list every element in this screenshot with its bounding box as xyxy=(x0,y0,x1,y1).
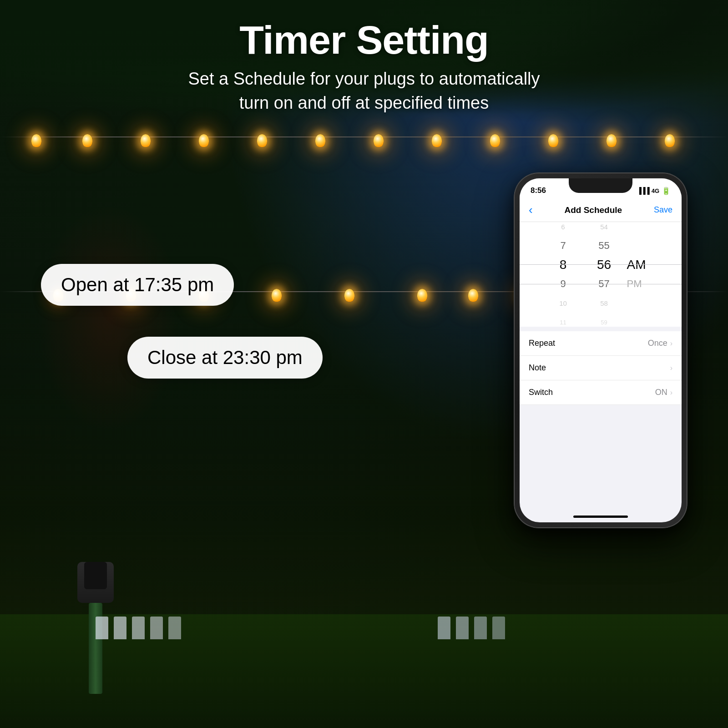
picker-item-minute[interactable]: 59 xyxy=(584,313,625,327)
header-section: Timer Setting Set a Schedule for your pl… xyxy=(0,18,728,115)
chairs-left xyxy=(96,617,181,639)
am-option[interactable]: AM xyxy=(627,256,646,273)
picker-item-hour-selected[interactable]: 8 xyxy=(543,256,584,273)
phone-mockup: 8:56 ▐▐▐ 4G 🔋 ‹ Add Schedule Save 6 xyxy=(514,173,687,528)
phone-screen: 8:56 ▐▐▐ 4G 🔋 ‹ Add Schedule Save 6 xyxy=(520,178,682,522)
picker-item-hour[interactable]: 10 xyxy=(543,294,584,312)
picker-item-minute[interactable]: 55 xyxy=(584,237,625,254)
chair xyxy=(474,617,487,639)
repeat-label: Repeat xyxy=(529,339,555,348)
save-button[interactable]: Save xyxy=(654,205,672,215)
signal-type: 4G xyxy=(652,187,659,194)
bubble-open: Open at 17:35 pm xyxy=(41,264,234,306)
repeat-value-text: Once xyxy=(648,339,667,348)
app-navigation-bar: ‹ Add Schedule Save xyxy=(520,198,682,222)
battery-icon: 🔋 xyxy=(662,187,671,195)
page-title: Timer Setting xyxy=(0,18,728,62)
chairs-right xyxy=(438,617,505,639)
status-time: 8:56 xyxy=(531,186,546,195)
phone-shell: 8:56 ▐▐▐ 4G 🔋 ‹ Add Schedule Save 6 xyxy=(514,173,687,528)
screen-title: Add Schedule xyxy=(564,205,622,215)
picker-item-hour[interactable]: 7 xyxy=(543,237,584,254)
settings-section: Repeat Once › Note › Switch xyxy=(520,331,682,405)
chair xyxy=(168,617,181,639)
chair xyxy=(456,617,469,639)
page-subtitle: Set a Schedule for your plugs to automat… xyxy=(0,67,728,115)
repeat-row[interactable]: Repeat Once › xyxy=(520,331,682,356)
picker-item-hour[interactable]: 11 xyxy=(543,313,584,327)
phone-notch xyxy=(569,178,632,193)
picker-item-hour[interactable]: 9 xyxy=(543,275,584,293)
note-value: › xyxy=(670,364,672,372)
bubble-close: Close at 23:30 pm xyxy=(127,337,323,379)
repeat-value: Once › xyxy=(648,339,672,348)
picker-item-minute-selected[interactable]: 56 xyxy=(584,256,625,273)
chair xyxy=(96,617,108,639)
home-indicator xyxy=(573,516,628,518)
chevron-right-icon: › xyxy=(670,364,672,372)
switch-value: ON › xyxy=(655,388,672,397)
back-button[interactable]: ‹ xyxy=(529,203,533,217)
picker-item-minute[interactable]: 58 xyxy=(584,294,625,312)
chair xyxy=(132,617,145,639)
picker-item-minute[interactable]: 57 xyxy=(584,275,625,293)
switch-row[interactable]: Switch ON › xyxy=(520,380,682,405)
switch-label: Switch xyxy=(529,388,553,397)
chair xyxy=(150,617,163,639)
chair xyxy=(114,617,126,639)
signal-bars-icon: ▐▐▐ xyxy=(637,187,649,194)
picker-item-hour[interactable]: 6 xyxy=(543,222,584,235)
switch-state-text: ON xyxy=(655,388,667,397)
chevron-right-icon: › xyxy=(670,389,672,397)
time-picker[interactable]: 6 7 8 9 10 11 54 55 56 57 58 59 xyxy=(520,222,682,327)
pm-option[interactable]: PM xyxy=(627,275,642,293)
minute-picker-column[interactable]: 54 55 56 57 58 59 xyxy=(584,222,625,327)
chevron-right-icon: › xyxy=(670,339,672,348)
note-label: Note xyxy=(529,363,546,373)
picker-item-minute[interactable]: 54 xyxy=(584,222,625,235)
ampm-picker-column[interactable]: AM PM xyxy=(627,222,659,327)
chair xyxy=(492,617,505,639)
hour-picker-column[interactable]: 6 7 8 9 10 11 xyxy=(543,222,584,327)
chair xyxy=(438,617,450,639)
note-row[interactable]: Note › xyxy=(520,356,682,380)
status-icons: ▐▐▐ 4G 🔋 xyxy=(637,187,671,195)
